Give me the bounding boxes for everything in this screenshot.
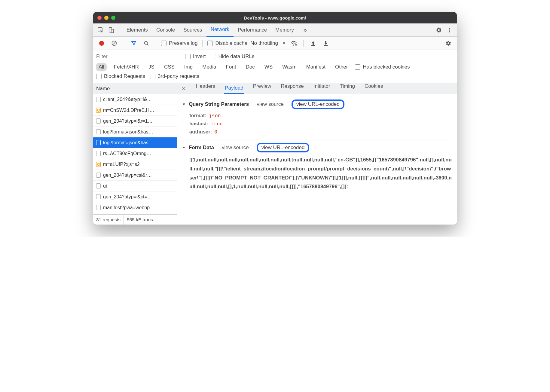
request-row[interactable]: rs=ACT90oFqOrnng… — [93, 148, 177, 159]
detail-tab-timing[interactable]: Timing — [339, 83, 355, 94]
qsp-view-url-encoded[interactable]: view URL-encoded — [292, 100, 344, 109]
filter-type-css[interactable]: CSS — [162, 63, 177, 71]
blocked-requests-checkbox[interactable]: Blocked Requests — [96, 73, 145, 79]
detail-tab-preview[interactable]: Preview — [252, 83, 272, 94]
filter-type-other[interactable]: Other — [333, 63, 350, 71]
main-tab-network[interactable]: Network — [206, 23, 234, 37]
request-row[interactable]: client_204?&atyp=i&… — [93, 94, 177, 105]
preserve-log-checkbox[interactable]: Preserve log — [161, 40, 197, 46]
throttling-select[interactable]: No throttling ▼ — [250, 40, 286, 46]
search-icon[interactable] — [142, 38, 151, 48]
svg-point-5 — [449, 31, 450, 32]
disable-cache-checkbox[interactable]: Disable cache — [207, 40, 247, 46]
hide-data-urls-checkbox[interactable]: Hide data URLs — [211, 54, 255, 60]
filter-type-font[interactable]: Font — [224, 63, 239, 71]
qsp-view-source[interactable]: view source — [257, 101, 284, 107]
request-row[interactable]: manifest?pwa=webhp — [93, 202, 177, 213]
filter-type-media[interactable]: Media — [200, 63, 218, 71]
detail-tab-payload[interactable]: Payload — [224, 83, 244, 94]
separator — [303, 40, 304, 47]
disclosure-triangle-icon[interactable]: ▼ — [182, 145, 186, 150]
filter-type-js[interactable]: JS — [146, 63, 157, 71]
detail-tab-response[interactable]: Response — [280, 83, 304, 94]
record-button[interactable] — [97, 38, 106, 48]
filter-toggle-icon[interactable] — [129, 38, 139, 48]
inspect-icon[interactable] — [96, 25, 105, 35]
filter-input[interactable] — [96, 52, 180, 61]
document-file-icon — [96, 118, 101, 124]
request-row[interactable]: log?format=json&has… — [93, 137, 177, 148]
filter-type-all[interactable]: All — [96, 63, 107, 71]
document-file-icon — [96, 183, 101, 188]
third-party-checkbox[interactable]: 3rd-party requests — [150, 73, 199, 79]
close-detail-icon[interactable]: ✕ — [180, 85, 187, 92]
main-tabs-bar: ElementsConsoleSourcesNetworkPerformance… — [93, 23, 457, 37]
detail-tab-cookies[interactable]: Cookies — [364, 83, 383, 94]
request-row[interactable]: gen_204?atyp=i&r=1… — [93, 116, 177, 127]
hide-data-urls-label: Hide data URLs — [218, 54, 255, 60]
request-row[interactable]: m=aLUfP?xjs=s2 — [93, 159, 177, 170]
request-label: log?format=json&has… — [103, 140, 153, 145]
request-row[interactable]: gen_204?atyp=i&ct=… — [93, 191, 177, 202]
form-data-body: [[1,null,null,null,null,null,null,null,n… — [182, 152, 452, 191]
main-tab-sources[interactable]: Sources — [179, 23, 206, 37]
kebab-menu-icon[interactable] — [445, 25, 454, 35]
throttling-label: No throttling — [250, 40, 278, 46]
network-settings-gear-icon[interactable] — [444, 38, 453, 48]
filter-type-wasm[interactable]: Wasm — [280, 63, 299, 71]
upload-har-icon[interactable] — [308, 38, 318, 48]
separator — [156, 40, 156, 47]
status-bar: 31 requests 555 kB trans — [93, 214, 177, 225]
has-blocked-cookies-checkbox[interactable]: Has blocked cookies — [355, 64, 410, 70]
minimize-window-button[interactable] — [104, 16, 108, 20]
main-tab-memory[interactable]: Memory — [271, 23, 298, 37]
network-conditions-icon[interactable] — [289, 38, 298, 48]
svg-rect-2 — [111, 29, 114, 33]
more-tabs-button[interactable]: » — [299, 23, 311, 37]
request-list-header[interactable]: Name — [93, 83, 177, 94]
filter-type-fetch-xhr[interactable]: Fetch/XHR — [112, 63, 141, 71]
request-row[interactable]: ui — [93, 181, 177, 191]
filter-type-manifest[interactable]: Manifest — [304, 63, 328, 71]
maximize-window-button[interactable] — [111, 16, 115, 20]
svg-point-3 — [449, 28, 450, 29]
form-view-url-encoded[interactable]: view URL-encoded — [257, 143, 310, 152]
invert-checkbox[interactable]: Invert — [185, 54, 206, 60]
qsp-title: Query String Parameters — [189, 101, 249, 107]
clear-icon[interactable] — [109, 38, 119, 48]
query-param-value: true — [211, 121, 223, 127]
download-har-icon[interactable] — [321, 38, 331, 48]
network-toolbar: Preserve log Disable cache No throttling… — [93, 37, 457, 50]
window-title: DevTools - www.google.com/ — [93, 15, 457, 20]
request-row[interactable]: m=CnSW2d,DPreE,H… — [93, 105, 177, 116]
device-toggle-icon[interactable] — [106, 25, 116, 35]
svg-rect-11 — [311, 45, 315, 46]
settings-gear-icon[interactable] — [434, 25, 444, 35]
document-file-icon — [96, 194, 101, 199]
svg-point-4 — [449, 29, 450, 31]
form-data-title: Form Data — [189, 145, 214, 151]
request-label: rs=ACT90oFqOrnng… — [103, 151, 151, 156]
close-window-button[interactable] — [97, 16, 102, 20]
status-transfer-size: 555 kB trans — [124, 215, 156, 225]
filter-type-img[interactable]: Img — [182, 63, 195, 71]
disclosure-triangle-icon[interactable]: ▼ — [182, 102, 186, 106]
request-row[interactable]: log?format=json&has… — [93, 127, 177, 137]
main-tab-console[interactable]: Console — [152, 23, 179, 37]
query-param-key: format: — [189, 113, 206, 118]
filter-type-ws[interactable]: WS — [262, 63, 275, 71]
detail-body: ▼ Query String Parameters view source vi… — [177, 94, 457, 225]
detail-tab-initiator[interactable]: Initiator — [313, 83, 331, 94]
status-request-count: 31 requests — [93, 215, 124, 225]
separator — [202, 40, 203, 47]
script-file-icon — [96, 162, 101, 167]
main-tab-performance[interactable]: Performance — [234, 23, 271, 37]
main-tab-elements[interactable]: Elements — [122, 23, 152, 37]
request-row[interactable]: gen_204?atyp=csi&r… — [93, 170, 177, 181]
blocked-requests-label: Blocked Requests — [104, 73, 145, 79]
form-view-source[interactable]: view source — [222, 145, 249, 151]
chevron-down-icon: ▼ — [282, 41, 286, 45]
request-label: gen_204?atyp=i&ct=… — [103, 194, 152, 200]
filter-type-doc[interactable]: Doc — [243, 63, 257, 71]
detail-tab-headers[interactable]: Headers — [195, 83, 216, 94]
